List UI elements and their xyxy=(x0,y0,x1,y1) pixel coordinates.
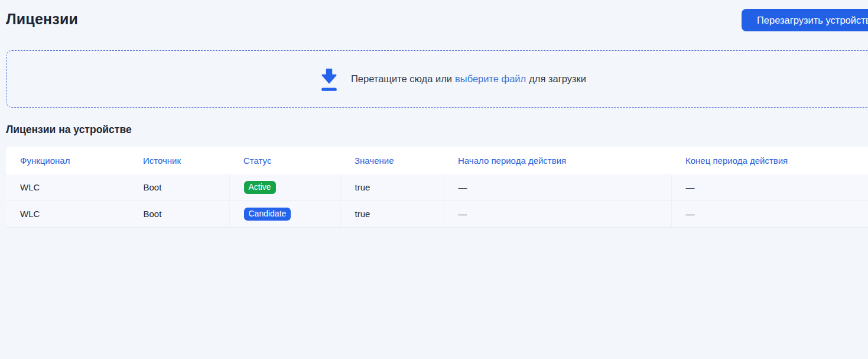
cell-period-start: — xyxy=(444,174,671,201)
cell-source: Boot xyxy=(129,201,229,228)
page-title: Лицензии xyxy=(6,11,78,28)
table-row: WLC Boot Active true — — xyxy=(6,174,868,201)
file-dropzone[interactable]: Перетащите сюда или выберите файл для за… xyxy=(6,50,868,108)
column-header-status[interactable]: Статус xyxy=(229,147,340,174)
status-badge-active: Active xyxy=(244,181,276,194)
cell-value: true xyxy=(340,174,444,201)
table-header-row: Функционал Источник Статус Значение Нача… xyxy=(6,147,868,174)
select-file-link[interactable]: выберите файл xyxy=(455,73,526,85)
cell-functional: WLC xyxy=(6,174,129,201)
cell-functional: WLC xyxy=(6,201,129,228)
column-header-period-start[interactable]: Начало периода действия xyxy=(444,147,671,174)
cell-period-end: — xyxy=(671,174,868,201)
cell-status: Candidate xyxy=(229,201,340,228)
cell-source: Boot xyxy=(129,174,229,201)
column-header-period-end[interactable]: Конец периода действия xyxy=(671,147,868,174)
table-row: WLC Boot Candidate true — — xyxy=(6,201,868,228)
cell-status: Active xyxy=(229,174,340,201)
dropzone-text-after: для загрузки xyxy=(529,73,586,85)
cell-value: true xyxy=(340,201,444,228)
reboot-device-button[interactable]: Перезагрузить устройство xyxy=(742,9,868,31)
cell-period-end: — xyxy=(671,201,868,228)
licenses-table-container: Функционал Источник Статус Значение Нача… xyxy=(6,147,868,228)
section-title-device-licenses: Лицензии на устройстве xyxy=(6,124,132,136)
download-icon xyxy=(318,67,340,92)
column-header-source[interactable]: Источник xyxy=(129,147,229,174)
licenses-page: { "page": { "title": "Лицензии" }, "head… xyxy=(0,0,868,359)
column-header-value[interactable]: Значение xyxy=(340,147,444,174)
column-header-functional[interactable]: Функционал xyxy=(6,147,129,174)
licenses-table: Функционал Источник Статус Значение Нача… xyxy=(6,147,868,228)
cell-period-start: — xyxy=(444,201,671,228)
dropzone-text-before: Перетащите сюда или xyxy=(351,73,452,85)
dropzone-text: Перетащите сюда или выберите файл для за… xyxy=(351,73,586,85)
status-badge-candidate: Candidate xyxy=(244,208,291,221)
